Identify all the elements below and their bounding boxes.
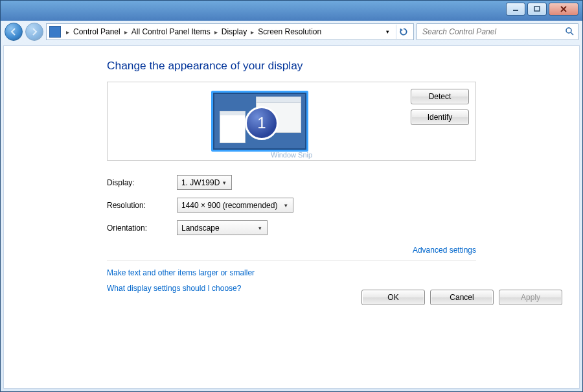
chevron-down-icon: ▾ [220, 178, 229, 187]
monitor-1[interactable]: 1 [211, 91, 308, 152]
divider [107, 260, 476, 260]
close-icon [560, 6, 567, 12]
chevron-down-icon: ▾ [255, 224, 264, 233]
minimize-icon [512, 6, 519, 12]
advanced-settings-link[interactable]: Advanced settings [413, 246, 476, 255]
display-preview: 1 Window Snip Detect Identify [107, 82, 476, 161]
resolution-dropdown-value: 1440 × 900 (recommended) [181, 201, 277, 210]
arrow-right-icon [30, 28, 38, 36]
chevron-right-icon: ▸ [248, 29, 257, 36]
ok-button[interactable]: OK [361, 290, 425, 305]
monitor-number-badge: 1 [245, 106, 279, 140]
breadcrumb-history-dropdown[interactable]: ▾ [386, 29, 389, 35]
search-icon [565, 27, 574, 38]
search-input[interactable] [421, 27, 565, 37]
wallpaper-doc-icon [220, 111, 246, 143]
resolution-dropdown[interactable]: 1440 × 900 (recommended) ▾ [177, 198, 293, 213]
refresh-icon [399, 27, 408, 36]
monitor-area[interactable]: 1 [111, 86, 408, 156]
display-dropdown-value: 1. JW199D [181, 178, 220, 187]
minimize-button[interactable] [506, 3, 525, 16]
display-label: Display: [107, 178, 177, 187]
window-frame: ▸ Control Panel ▸ All Control Panel Item… [0, 0, 583, 392]
resolution-label: Resolution: [107, 201, 177, 210]
refresh-button[interactable] [396, 25, 411, 39]
chevron-right-icon: ▸ [212, 29, 220, 36]
breadcrumb-item[interactable]: Control Panel [72, 27, 122, 36]
breadcrumb-item[interactable]: Screen Resolution [257, 27, 323, 36]
svg-rect-0 [513, 10, 518, 11]
chevron-down-icon: ▾ [281, 201, 290, 210]
search-box[interactable] [417, 23, 578, 40]
svg-point-2 [566, 28, 571, 33]
identify-button[interactable]: Identify [411, 110, 469, 125]
text-size-link[interactable]: Make text and other items larger or smal… [107, 268, 476, 277]
breadcrumb-item[interactable]: Display [220, 27, 248, 36]
control-panel-icon [49, 26, 61, 38]
arrow-left-icon [10, 28, 17, 36]
breadcrumb[interactable]: ▸ Control Panel ▸ All Control Panel Item… [46, 23, 414, 40]
chevron-right-icon: ▸ [122, 29, 130, 36]
forward-button[interactable] [25, 23, 43, 41]
chevron-right-icon: ▸ [63, 29, 72, 36]
cancel-button[interactable]: Cancel [430, 290, 494, 305]
svg-rect-1 [534, 6, 540, 11]
breadcrumb-item[interactable]: All Control Panel Items [130, 27, 212, 36]
back-button[interactable] [5, 23, 23, 41]
nav-bar: ▸ Control Panel ▸ All Control Panel Item… [1, 21, 582, 43]
orientation-dropdown[interactable]: Landscape ▾ [177, 220, 268, 235]
close-button[interactable] [549, 3, 578, 16]
content-pane: Change the appearance of your display 1 … [3, 45, 580, 389]
svg-line-3 [571, 32, 573, 35]
maximize-button[interactable] [527, 3, 547, 16]
page-title: Change the appearance of your display [107, 59, 476, 73]
maximize-icon [534, 6, 540, 12]
dialog-buttons: OK Cancel Apply [361, 290, 562, 305]
detect-button[interactable]: Detect [411, 89, 469, 104]
apply-button[interactable]: Apply [499, 290, 562, 305]
display-dropdown[interactable]: 1. JW199D ▾ [177, 175, 232, 190]
orientation-dropdown-value: Landscape [181, 224, 220, 233]
orientation-label: Orientation: [107, 224, 177, 233]
title-bar [1, 1, 582, 21]
